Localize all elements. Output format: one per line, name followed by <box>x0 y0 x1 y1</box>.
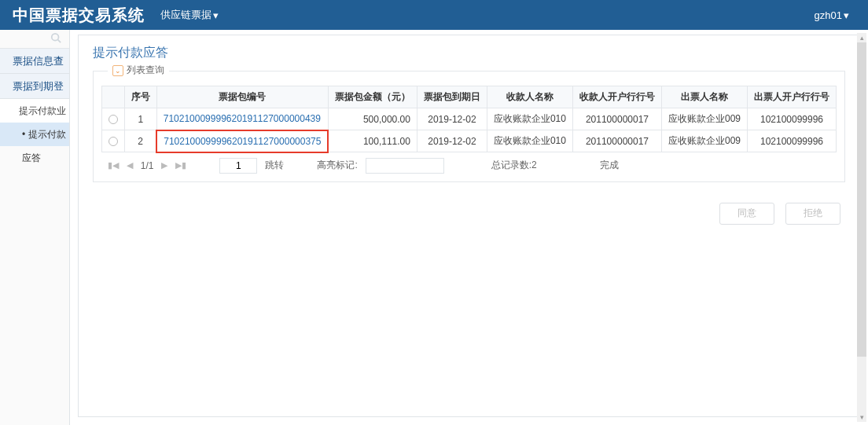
module-dropdown[interactable]: 供应链票据 ▾ <box>160 8 219 22</box>
cell-drawer-bank: 102100099996 <box>748 130 837 152</box>
section-title: 列表查询 <box>127 64 164 77</box>
cell-idx: 2 <box>124 130 156 152</box>
bill-table: 序号 票据包编号 票据包金额（元） 票据包到期日 收款人名称 收款人开户行行号 … <box>101 86 837 153</box>
cell-amount: 100,111.00 <box>328 130 417 152</box>
cell-due: 2019-12-02 <box>417 130 487 152</box>
col-pkg-no: 票据包编号 <box>156 86 328 108</box>
row-radio[interactable] <box>101 130 124 152</box>
user-label: gzh01 <box>815 9 842 21</box>
sidebar-item-prompt-payment-biz[interactable]: 提示付款业务 <box>0 99 69 123</box>
svg-line-1 <box>57 39 61 42</box>
cell-pkg-no-link[interactable]: 710210009999620191127000000439 <box>156 108 328 130</box>
agree-button[interactable]: 同意 <box>719 203 774 225</box>
total-records: 总记录数:2 <box>491 159 537 172</box>
cell-drawer: 应收账款企业009 <box>661 130 747 152</box>
user-dropdown[interactable]: gzh01 ▾ <box>815 9 849 21</box>
page-input[interactable] <box>219 158 257 174</box>
scroll-thumb[interactable] <box>857 42 866 357</box>
collapse-icon[interactable]: ⌄ <box>112 65 123 76</box>
brand-title: 中国票据交易系统 <box>13 5 145 26</box>
cell-pkg-no-link[interactable]: 710210009999620191127000000375 <box>156 130 328 152</box>
content-panel: 提示付款应答 ⌄ 列表查询 序号 票据包编号 票据包金额（元） 票据包到期日 <box>78 35 860 417</box>
cell-due: 2019-12-02 <box>417 108 487 130</box>
pager-next-icon[interactable]: ▶ <box>161 160 167 170</box>
col-idx: 序号 <box>124 86 156 108</box>
page-title: 提示付款应答 <box>93 45 845 61</box>
col-select <box>101 86 124 108</box>
cell-payee: 应收账款企业010 <box>487 130 572 152</box>
col-due: 票据包到期日 <box>417 86 487 108</box>
main-area: 提示付款应答 ⌄ 列表查询 序号 票据包编号 票据包金额（元） 票据包到期日 <box>70 30 868 425</box>
sidebar: 票据信息查询 票据到期登记 提示付款业务 • 提示付款应答 <box>0 30 70 425</box>
sidebar-item-bill-due-register[interactable]: 票据到期登记 <box>0 74 69 99</box>
scroll-down-icon[interactable]: ▾ <box>857 412 866 422</box>
sidebar-item-prompt-payment-reply[interactable]: • 提示付款应答 <box>0 123 69 146</box>
chevron-down-icon: ▾ <box>844 9 849 21</box>
col-drawer-bank: 出票人开户行行号 <box>748 86 837 108</box>
row-radio[interactable] <box>101 108 124 130</box>
cell-amount: 500,000.00 <box>328 108 417 130</box>
table-row[interactable]: 1710210009999620191127000000439500,000.0… <box>101 108 836 130</box>
pager: ▮◀ ◀ 1/1 ▶ ▶▮ 跳转 高亮标记: 总记录数:2 完成 <box>101 153 837 174</box>
scroll-up-icon[interactable]: ▴ <box>857 33 866 42</box>
table-row[interactable]: 2710210009999620191127000000375100,111.0… <box>101 130 836 152</box>
cell-payee-bank: 201100000017 <box>572 108 661 130</box>
pager-prev-icon[interactable]: ◀ <box>127 160 133 170</box>
col-payee: 收款人名称 <box>487 86 572 108</box>
table-header: 序号 票据包编号 票据包金额（元） 票据包到期日 收款人名称 收款人开户行行号 … <box>101 86 836 108</box>
col-drawer: 出票人名称 <box>661 86 747 108</box>
chevron-down-icon: ▾ <box>213 9 219 21</box>
vertical-scrollbar[interactable]: ▴ ▾ <box>857 33 866 422</box>
cell-payee: 应收账款企业010 <box>487 108 572 130</box>
reject-button[interactable]: 拒绝 <box>785 203 840 225</box>
jump-button[interactable]: 跳转 <box>265 159 284 172</box>
svg-point-0 <box>51 33 58 40</box>
action-bar: 同意 拒绝 <box>93 203 845 225</box>
pager-info: 1/1 <box>141 160 154 171</box>
app-header: 中国票据交易系统 供应链票据 ▾ gzh01 ▾ <box>0 0 868 30</box>
pager-status: 完成 <box>600 159 619 172</box>
cell-drawer: 应收账款企业009 <box>661 108 747 130</box>
pager-last-icon[interactable]: ▶▮ <box>175 160 186 170</box>
highlight-input[interactable] <box>366 158 444 174</box>
pager-first-icon[interactable]: ▮◀ <box>108 160 119 170</box>
col-payee-bank: 收款人开户行行号 <box>572 86 661 108</box>
cell-idx: 1 <box>124 108 156 130</box>
cell-drawer-bank: 102100099996 <box>748 108 837 130</box>
module-label: 供应链票据 <box>160 8 211 22</box>
list-query-section: ⌄ 列表查询 序号 票据包编号 票据包金额（元） 票据包到期日 收款人名称 收款… <box>93 71 845 182</box>
section-legend: ⌄ 列表查询 <box>108 64 169 77</box>
sidebar-item-bill-info-query[interactable]: 票据信息查询 <box>0 49 69 74</box>
col-amount: 票据包金额（元） <box>328 86 417 108</box>
sidebar-search-row <box>0 30 69 49</box>
highlight-label: 高亮标记: <box>317 159 357 172</box>
search-icon[interactable] <box>50 32 61 46</box>
cell-payee-bank: 201100000017 <box>572 130 661 152</box>
